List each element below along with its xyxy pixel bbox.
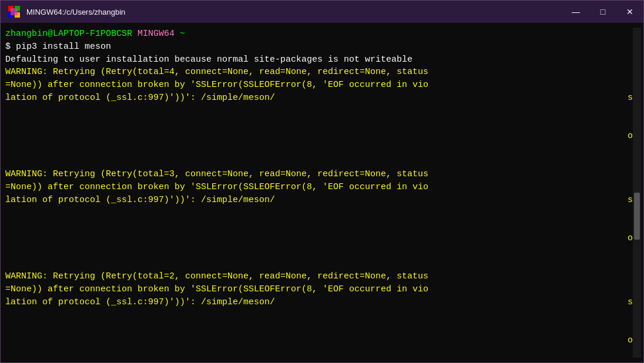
scrollbar-thumb[interactable] — [634, 193, 640, 240]
terminal-body: zhangbin@LAPTOP-F1POBCSR MINGW64 ~ $ pip… — [1, 23, 643, 362]
warning-line-3b: =None)) after connection broken by 'SSLE… — [5, 181, 623, 194]
terminal-output[interactable]: zhangbin@LAPTOP-F1POBCSR MINGW64 ~ $ pip… — [5, 28, 633, 358]
svg-rect-4 — [11, 8, 18, 15]
warning-line-4a: WARNING: Retrying (Retry(total=4, connec… — [5, 66, 623, 79]
retry-4-block: WARNING: Retrying (Retry(total=4, connec… — [5, 66, 633, 168]
warning-line-2c: lation of protocol (_ssl.c:997)'))': /si… — [5, 296, 623, 309]
command-line: $ pip3 install meson — [5, 41, 633, 53]
window-title: MINGW64:/c/Users/zhangbin — [26, 8, 636, 16]
warning-line-3a: WARNING: Retrying (Retry(total=3, connec… — [5, 168, 623, 181]
output-line-1: Defaulting to user installation because … — [5, 53, 633, 66]
warning-line-3c: lation of protocol (_ssl.c:997)'))': /si… — [5, 194, 623, 207]
prompt-path: ~ — [180, 29, 185, 39]
terminal-window: MINGW64:/c/Users/zhangbin — □ ✕ zhangbin… — [0, 0, 644, 363]
minimize-button[interactable]: — — [562, 1, 589, 23]
vertical-scrollbar[interactable] — [633, 28, 641, 358]
close-button[interactable]: ✕ — [616, 1, 643, 23]
warning-line-2b: =None)) after connection broken by 'SSLE… — [5, 283, 623, 296]
retry-3-block: WARNING: Retrying (Retry(total=3, connec… — [5, 168, 633, 270]
warning-line-4b: =None)) after connection broken by 'SSLE… — [5, 79, 623, 92]
retry-2-block: WARNING: Retrying (Retry(total=2, connec… — [5, 270, 633, 358]
prompt-line: zhangbin@LAPTOP-F1POBCSR MINGW64 ~ — [5, 28, 633, 41]
prompt-shell: MINGW64 — [137, 29, 175, 39]
warning-line-2a: WARNING: Retrying (Retry(total=2, connec… — [5, 270, 623, 283]
window-controls: — □ ✕ — [562, 1, 643, 23]
mingw-icon — [8, 5, 21, 18]
warning-line-4c: lation of protocol (_ssl.c:997)'))': /si… — [5, 92, 623, 105]
maximize-button[interactable]: □ — [589, 1, 616, 23]
title-bar: MINGW64:/c/Users/zhangbin — □ ✕ — [1, 1, 643, 23]
prompt-user: zhangbin@LAPTOP-F1POBCSR — [5, 29, 132, 39]
